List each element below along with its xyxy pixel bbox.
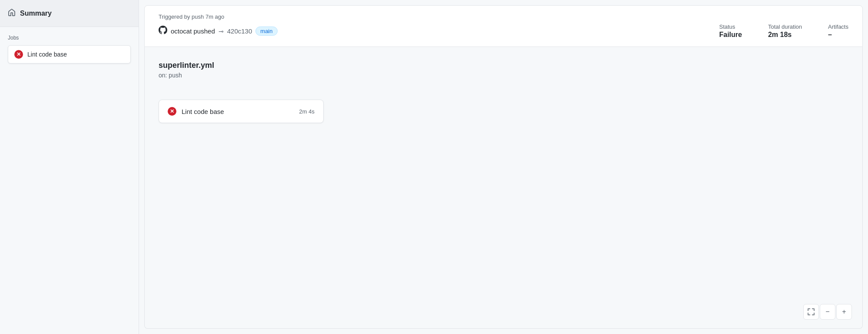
fit-button[interactable]: [803, 304, 819, 320]
meta-columns: Status Failure Total duration 2m 18s Art…: [719, 23, 849, 39]
workflow-diagram-area: superlinter.yml on: push ✕ Lint code bas…: [144, 47, 863, 329]
status-label: Status: [719, 23, 742, 30]
zoom-out-icon: −: [825, 308, 829, 316]
summary-label: Summary: [20, 10, 52, 17]
job-card-label: Lint code base: [182, 108, 294, 115]
zoom-in-icon: +: [842, 308, 846, 316]
home-icon: [8, 9, 16, 18]
status-value: Failure: [719, 31, 742, 39]
summary-nav-item[interactable]: Summary: [0, 0, 139, 27]
jobs-section-header: Jobs: [8, 35, 131, 41]
artifacts-col: Artifacts –: [828, 23, 848, 39]
push-user-text: octocat pushed: [171, 27, 215, 35]
duration-col: Total duration 2m 18s: [768, 23, 802, 39]
jobs-section: Jobs ✕ Lint code base: [0, 27, 139, 67]
job-card-duration: 2m 4s: [299, 108, 315, 115]
push-info: octocat pushed ⊸ 420c130 main: [159, 26, 278, 37]
zoom-out-button[interactable]: −: [820, 304, 835, 320]
job-item-lint[interactable]: ✕ Lint code base: [8, 45, 131, 63]
artifacts-label: Artifacts: [828, 23, 848, 30]
branch-badge[interactable]: main: [255, 27, 277, 36]
workflow-subtitle: on: push: [159, 72, 848, 79]
run-info-bar: Triggered by push 7m ago octocat pushed …: [144, 5, 863, 47]
job-item-label: Lint code base: [27, 51, 67, 58]
octocat-icon: [159, 26, 167, 37]
status-col: Status Failure: [719, 23, 742, 39]
artifacts-value: –: [828, 31, 848, 39]
trigger-text: Triggered by push 7m ago: [159, 13, 848, 20]
commit-hash: 420c130: [227, 27, 252, 35]
job-card-lint[interactable]: ✕ Lint code base 2m 4s: [159, 100, 324, 123]
zoom-controls: − +: [803, 304, 852, 320]
duration-value: 2m 18s: [768, 31, 802, 39]
workflow-title: superlinter.yml: [159, 61, 848, 70]
duration-label: Total duration: [768, 23, 802, 30]
job-card-fail-icon: ✕: [168, 107, 176, 116]
fail-icon: ✕: [14, 50, 23, 59]
commit-arrow-icon: ⊸: [219, 28, 224, 35]
zoom-in-button[interactable]: +: [836, 304, 852, 320]
main-content: Triggered by push 7m ago octocat pushed …: [139, 0, 868, 334]
sidebar: Summary Jobs ✕ Lint code base: [0, 0, 139, 334]
